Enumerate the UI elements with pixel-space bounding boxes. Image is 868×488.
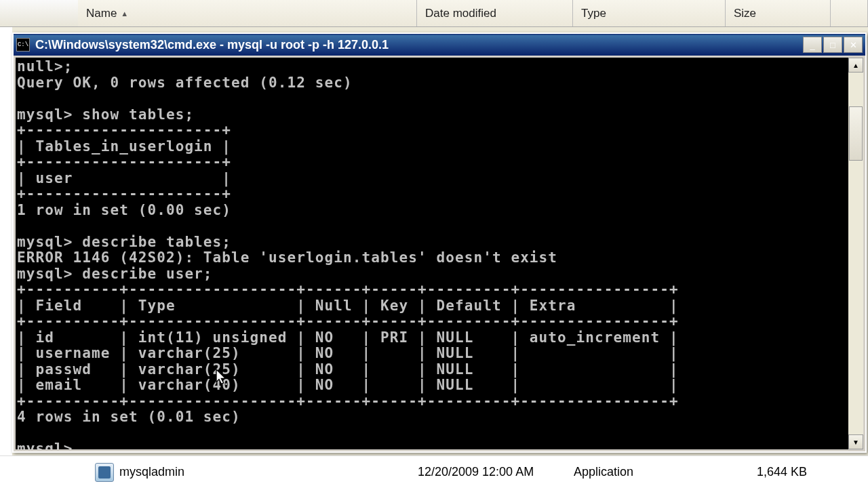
titlebar[interactable]: C:\ C:\Windows\system32\cmd.exe - mysql … xyxy=(14,34,865,56)
explorer-left-sliver xyxy=(0,27,12,455)
titlebar-text: C:\Windows\system32\cmd.exe - mysql -u r… xyxy=(35,38,803,52)
scroll-up-button[interactable]: ▲ xyxy=(848,58,863,73)
scroll-down-icon: ▼ xyxy=(852,439,859,446)
close-icon: ✕ xyxy=(850,40,857,50)
file-size: 1,644 KB xyxy=(757,465,807,479)
scroll-track[interactable] xyxy=(848,73,863,434)
application-icon xyxy=(95,463,114,482)
minimize-icon: _ xyxy=(810,40,814,50)
cmd-icon: C:\ xyxy=(16,38,30,52)
file-type: Application xyxy=(574,465,757,479)
column-header-name[interactable]: Name ▲ xyxy=(78,0,417,26)
scroll-up-icon: ▲ xyxy=(852,62,859,69)
file-name: mysqladmin xyxy=(119,465,418,479)
scrollbar: ▲ ▼ xyxy=(848,58,863,449)
column-header-end xyxy=(831,0,868,26)
column-header-type[interactable]: Type xyxy=(573,0,726,26)
terminal-body[interactable]: null>; Query OK, 0 rows affected (0.12 s… xyxy=(16,58,863,449)
minimize-button[interactable]: _ xyxy=(803,37,822,53)
col-size-label: Size xyxy=(734,7,756,20)
scroll-down-button[interactable]: ▼ xyxy=(848,434,863,449)
maximize-button[interactable]: □ xyxy=(823,37,842,53)
terminal-content: null>; Query OK, 0 rows affected (0.12 s… xyxy=(16,58,863,449)
col-date-label: Date modified xyxy=(425,7,496,20)
sort-ascending-icon: ▲ xyxy=(121,9,128,18)
cmd-window: C:\ C:\Windows\system32\cmd.exe - mysql … xyxy=(12,33,867,453)
file-row[interactable]: mysqladmin 12/20/2009 12:00 AM Applicati… xyxy=(0,455,868,488)
col-name-label: Name xyxy=(86,7,117,20)
file-date: 12/20/2009 12:00 AM xyxy=(418,465,574,479)
cmd-icon-text: C:\ xyxy=(18,41,28,48)
column-header-date[interactable]: Date modified xyxy=(417,0,573,26)
window-controls: _ □ ✕ xyxy=(803,37,863,53)
scroll-thumb[interactable] xyxy=(849,106,863,161)
maximize-icon: □ xyxy=(830,40,835,50)
close-button[interactable]: ✕ xyxy=(844,37,863,53)
column-header-size[interactable]: Size xyxy=(726,0,831,26)
explorer-column-header: Name ▲ Date modified Type Size xyxy=(0,0,868,27)
col-type-label: Type xyxy=(581,7,606,20)
